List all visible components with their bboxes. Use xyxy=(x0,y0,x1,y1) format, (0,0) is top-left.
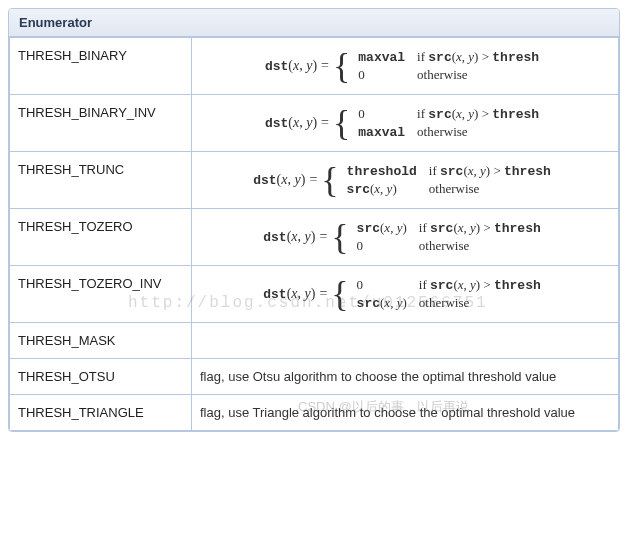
enum-name: THRESH_TRIANGLE xyxy=(10,395,192,431)
enum-description: flag, use Otsu algorithm to choose the o… xyxy=(192,359,619,395)
enum-name: THRESH_TRUNC xyxy=(10,152,192,209)
enum-name: THRESH_BINARY xyxy=(10,38,192,95)
enum-description: dst(x, y)={maxvalif src(x, y) > thresh0o… xyxy=(192,38,619,95)
threshold-formula: dst(x, y)={0if src(x, y) > threshmaxvalo… xyxy=(200,105,610,141)
table-row: THRESH_BINARYdst(x, y)={maxvalif src(x, … xyxy=(10,38,619,95)
table-row: THRESH_BINARY_INVdst(x, y)={0if src(x, y… xyxy=(10,95,619,152)
enum-description: flag, use Triangle algorithm to choose t… xyxy=(192,395,619,431)
enum-name: THRESH_OTSU xyxy=(10,359,192,395)
threshold-formula: dst(x, y)={maxvalif src(x, y) > thresh0o… xyxy=(200,48,610,84)
table-row: THRESH_TOZERO_INVdst(x, y)={0if src(x, y… xyxy=(10,266,619,323)
table-row: THRESH_TRUNCdst(x, y)={thresholdif src(x… xyxy=(10,152,619,209)
table-row: THRESH_MASK xyxy=(10,323,619,359)
threshold-formula: dst(x, y)={src(x, y)if src(x, y) > thres… xyxy=(200,219,610,255)
enumerator-panel: Enumerator THRESH_BINARYdst(x, y)={maxva… xyxy=(8,8,620,432)
enum-description: dst(x, y)={src(x, y)if src(x, y) > thres… xyxy=(192,209,619,266)
table-row: THRESH_TRIANGLEflag, use Triangle algori… xyxy=(10,395,619,431)
enum-name: THRESH_TOZERO_INV xyxy=(10,266,192,323)
enum-description: dst(x, y)={0if src(x, y) > threshsrc(x, … xyxy=(192,266,619,323)
enum-description: dst(x, y)={0if src(x, y) > threshmaxvalo… xyxy=(192,95,619,152)
table-row: THRESH_OTSUflag, use Otsu algorithm to c… xyxy=(10,359,619,395)
threshold-formula: dst(x, y)={thresholdif src(x, y) > thres… xyxy=(200,162,610,198)
enum-name: THRESH_BINARY_INV xyxy=(10,95,192,152)
enum-name: THRESH_MASK xyxy=(10,323,192,359)
table-row: THRESH_TOZEROdst(x, y)={src(x, y)if src(… xyxy=(10,209,619,266)
panel-header: Enumerator xyxy=(9,9,619,37)
threshold-formula: dst(x, y)={0if src(x, y) > threshsrc(x, … xyxy=(200,276,610,312)
enum-name: THRESH_TOZERO xyxy=(10,209,192,266)
enum-description: dst(x, y)={thresholdif src(x, y) > thres… xyxy=(192,152,619,209)
enum-description xyxy=(192,323,619,359)
enum-table: THRESH_BINARYdst(x, y)={maxvalif src(x, … xyxy=(9,37,619,431)
